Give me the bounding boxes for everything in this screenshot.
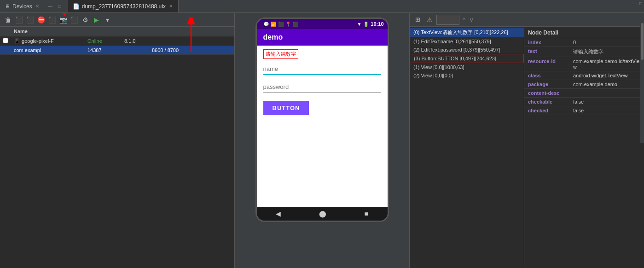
stop-button[interactable]: ⛔	[36, 15, 46, 25]
trash-button[interactable]: 🗑	[3, 15, 13, 25]
detail-row-class: class android.widget.TextView	[524, 71, 644, 80]
minimize-btn[interactable]: —	[46, 3, 54, 10]
settings-toolbar-button[interactable]: ⚙	[80, 15, 90, 25]
screenshot-thumbnail	[436, 15, 459, 25]
tab-bar: 🖥 Devices ✕ — □ 📄 dump_23771609574328104…	[0, 0, 644, 13]
detail-row-package: package com.example.demo	[524, 80, 644, 89]
play-button[interactable]: ▶	[91, 15, 101, 25]
devices-icon: 🖥	[5, 3, 10, 10]
row-api: 8.1.0	[122, 37, 149, 45]
more-options-button[interactable]: ⬛	[47, 15, 57, 25]
row-extra	[149, 40, 223, 42]
tab-uix-close[interactable]: ✕	[168, 3, 174, 9]
signal-strength-icon: ▼	[357, 22, 361, 27]
detail-val-index: 0	[570, 38, 644, 47]
detail-key-content-desc: content-desc	[524, 89, 570, 97]
col-status	[85, 28, 122, 35]
back-nav-btn[interactable]: ◀	[276, 210, 281, 217]
tab-devices-close[interactable]: ✕	[35, 3, 40, 9]
phone-app-bar: demo	[257, 29, 388, 46]
detail-row-resource-id: resource-id com.example.demo:id/textView	[524, 57, 644, 71]
col-name: Name	[11, 28, 85, 35]
tree-item-4[interactable]: (1) View [0,0][1080,63]	[410, 63, 524, 71]
detail-key-class: class	[524, 71, 570, 80]
detail-row-checked: checked false	[524, 106, 644, 115]
row-indent	[0, 49, 11, 52]
tab-uix-label: dump_2377160957432810488.uix	[82, 3, 166, 10]
col-api	[122, 28, 149, 35]
tree-item-2[interactable]: (2) EditText:password [0,379][550,497]	[410, 46, 524, 54]
tab-devices[interactable]: 🖥 Devices ✕ — □	[0, 0, 68, 12]
table-row[interactable]: com.exampl 14387 8600 / 8700	[0, 46, 234, 55]
wechat-icon: 💬	[263, 22, 269, 27]
next-node-button[interactable]: v	[469, 16, 475, 23]
detail-row-index: index 0	[524, 38, 644, 47]
detail-val-class: android.widget.TextView	[570, 71, 644, 80]
warning-button[interactable]: ⚠	[424, 15, 435, 25]
tree-item-5[interactable]: (2) View [0,0][0,0]	[410, 71, 524, 80]
wifi-icon: 📶	[271, 22, 276, 27]
table-row[interactable]: 📱 google-pixel-F Online 8.1.0	[0, 36, 234, 46]
detail-key-text: text	[524, 47, 570, 55]
detail-val-resource-id: com.example.demo:id/textView	[570, 57, 644, 71]
password-input[interactable]	[263, 82, 381, 93]
uix-icon: 📄	[73, 3, 80, 10]
row-pid: 14387	[85, 46, 122, 54]
maximize-btn[interactable]: □	[57, 3, 63, 10]
tab-uix[interactable]: 📄 dump_2377160957432810488.uix ✕	[68, 0, 179, 12]
tree-item-0[interactable]: (0) TextView:请输入纯数字 [0,210][222,26]	[410, 28, 524, 37]
devices-toolbar: 🗑 ⬛ ⬛ ⛔ ⬛ 📷	[0, 13, 234, 27]
row-process-name: com.exampl	[11, 46, 85, 54]
detail-row-text: text 请输入纯数字	[524, 47, 644, 57]
right-toolbar-icons: ⊞ ⚠ ^ v	[412, 15, 475, 25]
detail-val-text: 请输入纯数字	[570, 47, 644, 57]
row-port: 8600 / 8700	[149, 46, 223, 54]
green-device-button[interactable]: ⬛	[14, 15, 24, 25]
dump-button[interactable]: ⬛	[69, 15, 79, 25]
row-status: Online	[85, 37, 122, 45]
right-content: (0) TextView:请输入纯数字 [0,210][222,26] (1) …	[410, 27, 644, 268]
phone-status-bar: 💬 📶 ⬛ 📍 ⬛ ▼ 🔋 10:10	[257, 19, 388, 29]
demo-button[interactable]: BUTTON	[263, 101, 309, 115]
phone-icon: 📱	[14, 38, 20, 44]
phone-panel: 💬 📶 ⬛ 📍 ⬛ ▼ 🔋 10:10 demo 请输入纯数字	[235, 13, 410, 268]
detail-row-content-desc: content-desc	[524, 89, 644, 98]
detail-row-checkable: checkable false	[524, 98, 644, 106]
detail-key-checkable: checkable	[524, 98, 570, 106]
detail-val-checkable: false	[570, 98, 644, 106]
camera-button[interactable]: 📷	[58, 15, 68, 25]
phone-content: 请输入纯数字 BUTTON	[257, 46, 388, 207]
phone-nav-bar: ◀ ⬤ ■	[257, 207, 388, 221]
battery-icon: ⬛	[293, 22, 298, 27]
devices-panel: 🗑 ⬛ ⬛ ⛔ ⬛ 📷	[0, 13, 235, 268]
column-headers: Name	[0, 27, 234, 36]
app-title: demo	[263, 33, 283, 41]
tree-item-3[interactable]: (3) Button:BUTTON [0,497][244,623]	[410, 54, 524, 63]
red-device-button[interactable]: ⬛	[25, 15, 35, 25]
tab-devices-label: Devices	[12, 3, 32, 10]
tree-item-1[interactable]: (1) EditText:name [0,261][550,379]	[410, 37, 524, 46]
row-api2	[122, 49, 149, 52]
detail-val-content-desc	[570, 89, 644, 92]
battery-level-icon: 🔋	[363, 22, 369, 27]
detail-val-package: com.example.demo	[570, 80, 644, 88]
col-checkbox	[0, 28, 11, 35]
recents-nav-btn[interactable]: ■	[365, 210, 368, 217]
devices-table: 📱 google-pixel-F Online 8.1.0 com.exampl…	[0, 36, 234, 268]
status-time: 10:10	[371, 21, 383, 27]
detail-panel: Node Detail index 0 text 请输入纯数字 resource…	[524, 27, 644, 268]
grid-view-button[interactable]: ⊞	[412, 15, 423, 25]
name-input[interactable]	[263, 64, 381, 75]
text-view-element: 请输入纯数字	[263, 49, 298, 59]
col-extra	[149, 28, 223, 35]
right-toolbar: ⊞ ⚠ ^ v	[410, 13, 644, 27]
tree-panel: (0) TextView:请输入纯数字 [0,210][222,26] (1) …	[410, 27, 524, 268]
row-checkbox[interactable]	[0, 36, 11, 46]
window-maximize[interactable]: □	[638, 0, 644, 12]
window-minimize[interactable]: —	[629, 0, 638, 12]
prev-node-button[interactable]: ^	[461, 16, 467, 23]
home-nav-btn[interactable]: ⬤	[319, 210, 326, 217]
phone-container: 💬 📶 ⬛ 📍 ⬛ ▼ 🔋 10:10 demo 请输入纯数字	[255, 17, 389, 222]
signal-icon: ⬛	[278, 22, 284, 27]
more-dropdown-button[interactable]: ▾	[102, 15, 112, 25]
